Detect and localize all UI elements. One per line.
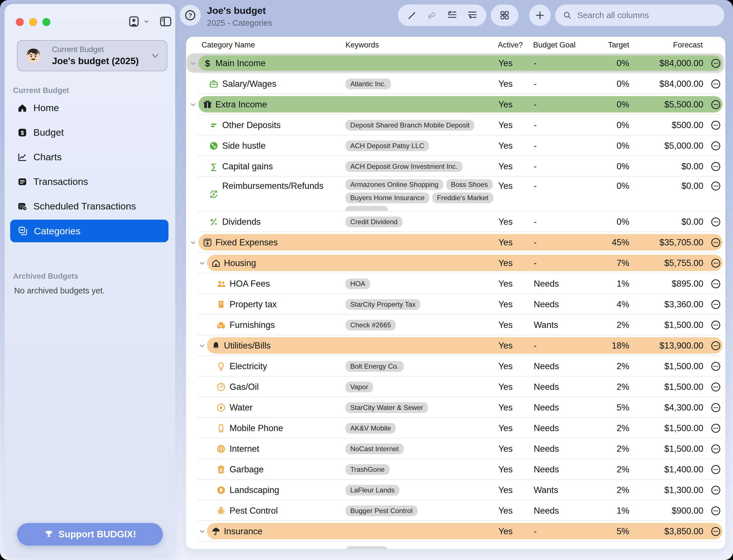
row-menu-button[interactable] <box>710 161 721 172</box>
category-name: Salary/Wages <box>222 79 276 89</box>
forecast-value: $1,500.00 <box>664 320 703 330</box>
sidebar-item-categories[interactable]: Categories <box>10 220 168 242</box>
collapse-chevron-icon[interactable] <box>189 59 197 68</box>
sidebar-item-home[interactable]: Home <box>5 96 175 120</box>
search-input[interactable] <box>577 10 717 20</box>
group-row-utilities-bills[interactable]: Utilities/BillsYes-18%$13,900.00 <box>186 335 725 356</box>
profile-menu-button[interactable] <box>128 15 150 28</box>
group-row-extra-income[interactable]: Extra IncomeYes-0%$5,500.00 <box>186 94 725 115</box>
row-menu-button[interactable] <box>710 381 721 393</box>
active-value: Yes <box>498 403 513 413</box>
row-menu-button[interactable] <box>710 99 721 110</box>
keyword-chips: StarCity Property Tax <box>345 294 504 315</box>
table-row-other-deposits[interactable]: Other DepositsDeposit Shared Branch Mobi… <box>186 115 725 135</box>
row-menu-button[interactable] <box>710 58 721 69</box>
help-button[interactable]: ? <box>180 5 201 26</box>
table-row-side-hustle[interactable]: Side hustleACH Deposit Patsy LLCYes-0%$5… <box>186 135 725 156</box>
sidebar-toggle-button[interactable] <box>159 15 172 28</box>
table-row-capital-gains[interactable]: ∑Capital gainsACH Deposit Grow Investmen… <box>186 156 725 177</box>
table-row-internet[interactable]: InternetNoCast InternetYesNeeds2%$1,500.… <box>186 438 725 459</box>
active-value: Yes <box>498 79 513 89</box>
table-row-furnishings[interactable]: FurnishingsCheck #2665YesWants2%$1,500.0… <box>186 315 725 335</box>
row-menu-button[interactable] <box>710 140 721 152</box>
sidebar-item-budget[interactable]: $Budget <box>5 120 175 145</box>
gift-icon <box>202 100 213 110</box>
target-value: 4% <box>617 299 629 310</box>
keyword-chip <box>345 206 388 211</box>
row-menu-button[interactable] <box>710 423 721 434</box>
table-row-electricity[interactable]: ElectricityBolt Energy Co.YesNeeds2%$1,5… <box>186 356 725 377</box>
table-row-garbage[interactable]: GarbageTrashGoneYesNeeds2%$1,400.00 <box>186 459 725 480</box>
view-options-button[interactable] <box>491 5 518 26</box>
row-menu-button[interactable] <box>710 180 721 192</box>
table-row-dividends[interactable]: DividendsCredit DividendYes-0%$0.00 <box>186 211 725 232</box>
budget-goal-value: Needs <box>534 506 559 516</box>
row-menu-button[interactable] <box>710 319 721 331</box>
keyword-chips: HOA <box>345 273 504 294</box>
armchair-icon <box>216 320 226 330</box>
add-category-button[interactable] <box>529 5 551 26</box>
table-row-reimbursements-refunds[interactable]: $Reimbursements/RefundsArmazones Online … <box>186 177 725 211</box>
row-menu-button[interactable] <box>710 216 721 228</box>
budget-selector[interactable]: Current Budget Joe's budget (2025) <box>17 40 167 71</box>
row-menu-button[interactable] <box>710 340 721 351</box>
active-value: Yes <box>498 237 513 248</box>
row-menu-button[interactable] <box>710 78 721 90</box>
collapse-chevron-icon[interactable] <box>189 238 197 247</box>
col-forecast: Forecast <box>673 40 703 49</box>
table-row-water[interactable]: WaterStarCity Water & SewerYesNeeds5%$4,… <box>186 397 725 418</box>
row-menu-button[interactable] <box>710 505 721 516</box>
group-row-insurance[interactable]: InsuranceYes-5%$3,850.00 <box>186 521 725 542</box>
archived-empty-note: No archived budgets yet. <box>14 286 105 295</box>
collapse-chevron-icon[interactable] <box>198 527 206 536</box>
share-button[interactable] <box>427 10 438 21</box>
table-row-clipped[interactable] <box>186 542 725 549</box>
zoom-button[interactable] <box>42 18 50 26</box>
row-menu-button[interactable] <box>710 402 721 413</box>
sidebar-item-charts[interactable]: Charts <box>5 145 175 169</box>
collapse-chevron-icon[interactable] <box>198 259 206 267</box>
close-button[interactable] <box>16 18 24 26</box>
table-row-landscaping[interactable]: LandscapingLaFleur LandsYesWants2%$1,300… <box>186 480 725 500</box>
collapse-chevron-icon[interactable] <box>198 341 206 350</box>
row-menu-button[interactable] <box>710 443 721 455</box>
sidebar-item-transactions[interactable]: Transactions <box>5 169 175 194</box>
sidebar-item-scheduled-transactions[interactable]: Scheduled Transactions <box>5 194 175 219</box>
active-value: Yes <box>498 444 513 454</box>
table-row-mobile-phone[interactable]: Mobile PhoneAK&V MobileYesNeeds2%$1,500.… <box>186 418 725 438</box>
ellipsis-icon <box>710 99 721 110</box>
group-row-housing[interactable]: HousingYes-7%$5,755.00 <box>186 253 725 273</box>
target-value: 45% <box>612 237 629 248</box>
minimize-button[interactable] <box>29 18 37 26</box>
edit-button[interactable] <box>406 10 418 21</box>
table-row-pest-control[interactable]: Pest ControlBugger Pest ControlYesNeeds1… <box>186 500 725 521</box>
table-row-gas-oil[interactable]: Gas/OilVaporYesNeeds2%$1,500.00 <box>186 377 725 397</box>
insert-row-above-button[interactable] <box>446 10 458 21</box>
target-value: 2% <box>617 361 629 371</box>
house-icon <box>211 258 221 268</box>
group-pill <box>207 337 723 354</box>
collapse-chevron-icon[interactable] <box>189 100 197 109</box>
row-menu-button[interactable] <box>710 464 721 475</box>
row-menu-button[interactable] <box>710 278 721 289</box>
row-menu-button[interactable] <box>710 526 721 537</box>
group-row-main-income[interactable]: $Main IncomeYes-0%$84,000.00 <box>186 53 725 73</box>
row-menu-button[interactable] <box>710 258 721 269</box>
table-row-hoa-fees[interactable]: HOA FeesHOAYesNeeds1%$895.00 <box>186 273 725 294</box>
row-menu-button[interactable] <box>710 120 721 131</box>
svg-text:?: ? <box>188 12 192 19</box>
support-button[interactable]: Support BUDGIX! <box>17 523 163 546</box>
table-row-salary-wages[interactable]: Salary/WagesAtlantic Inc.Yes-0%$84,000.0… <box>186 73 725 94</box>
refund-icon: $ <box>209 189 219 199</box>
row-menu-button[interactable] <box>710 299 721 310</box>
budget-goal-value: Needs <box>534 403 559 413</box>
row-menu-button[interactable] <box>710 361 721 372</box>
table-row-property-tax[interactable]: Property taxStarCity Property TaxYesNeed… <box>186 294 725 315</box>
keyword-chips <box>345 542 504 549</box>
category-name: Gas/Oil <box>230 382 259 392</box>
active-value: Yes <box>498 217 513 227</box>
row-menu-button[interactable] <box>710 485 721 496</box>
group-row-fixed-expenses[interactable]: Fixed ExpensesYes-45%$35,705.00 <box>186 232 725 253</box>
insert-row-below-button[interactable] <box>466 10 478 21</box>
row-menu-button[interactable] <box>710 237 721 248</box>
